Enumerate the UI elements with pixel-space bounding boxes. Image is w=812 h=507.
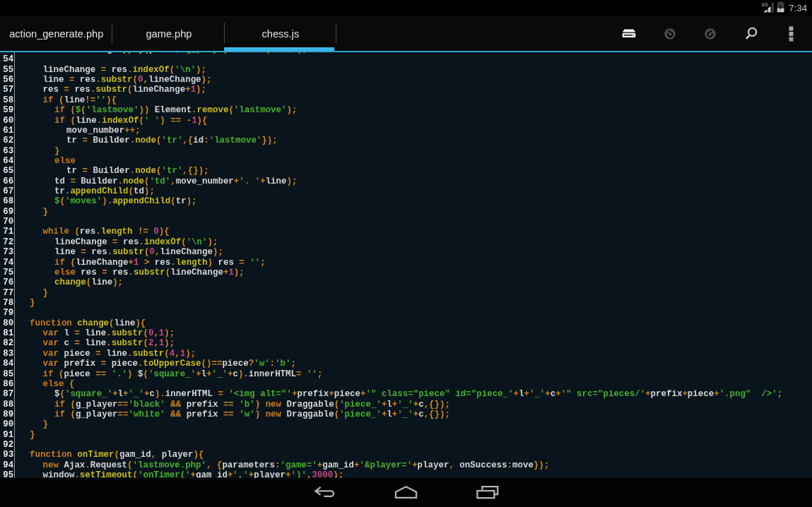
svg-text:3G: 3G — [762, 2, 769, 7]
